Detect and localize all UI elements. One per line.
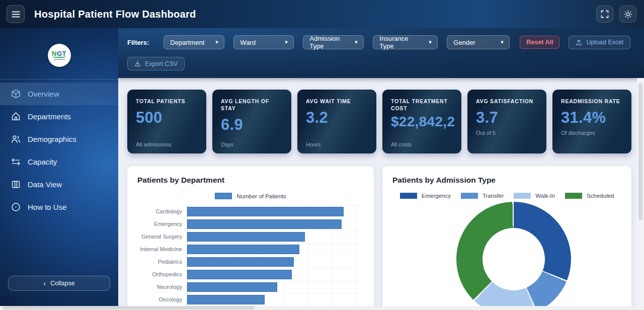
export-csv-button[interactable]: Export CSV [127,57,185,70]
cube-icon [11,89,21,99]
chevron-down-icon: ▼ [428,40,432,45]
filters-label: Filters: [127,39,149,46]
menu-button[interactable] [7,5,25,23]
chevron-down-icon: ▼ [214,40,219,45]
bar-internal-medicine[interactable] [187,245,299,254]
chevron-down-icon: ▼ [500,40,504,45]
bar-cardiology[interactable] [187,207,344,216]
admission-type-donut-chart[interactable] [456,202,571,310]
bar-neurology[interactable] [187,282,277,292]
sidebar-item-label: Capacity [28,158,57,166]
sidebar-item-how-to-use[interactable]: How to Use [0,196,118,218]
kpi-label: AVG WAIT TIME [306,98,369,105]
bar-category-label: Cardiology [137,205,187,218]
export-csv-label: Export CSV [145,60,178,67]
legend-item[interactable]: Number of Patients [215,193,286,199]
columns-icon [11,180,21,189]
bar-pediatrics[interactable] [187,257,294,267]
sliders-icon [11,157,21,167]
sidebar-item-label: Departments [28,112,71,121]
hamburger-icon [12,11,20,18]
bar-row [187,256,364,268]
kpi-subtitle: Hours [306,141,369,147]
sidebar: NGT Overview Departmen [0,28,118,310]
kpi-card-total-treatment-cost: TOTAL TREATMENT COST $22,842,23 All cost… [382,90,461,153]
legend-label: Transfer [482,193,504,199]
legend-item-walk-in[interactable]: Walk-In [514,193,555,199]
bar-category-label: General Surgery [137,230,187,243]
users-icon [11,134,21,144]
kpi-label: TOTAL TREATMENT COST [391,98,454,112]
header-bar: Hospital Patient Flow Dashboard [0,0,644,28]
fullscreen-icon [601,10,609,18]
chart-title: Patients by Department [137,176,364,185]
sidebar-item-capacity[interactable]: Capacity [0,150,118,173]
sidebar-item-overview[interactable]: Overview [0,83,118,105]
kpi-label: READMISSION RATE [561,98,624,105]
kpi-card-avg-length-of-stay: AVG LENGTH OF STAY 6.9 Days [212,90,291,153]
legend-item-transfer[interactable]: Transfer [461,193,504,199]
sidebar-item-data-view[interactable]: Data View [0,173,118,196]
sidebar-item-departments[interactable]: Departments [0,105,118,128]
kpi-subtitle: Out of 5 [476,130,539,136]
chevron-left-icon: ‹ [43,280,46,287]
dropdown-value: Insurance Type [379,35,424,50]
dropdown-value: Admission Type [309,35,350,50]
bar-orthopedics[interactable] [187,270,292,279]
horizontal-scrollbar-thumb[interactable] [3,306,254,309]
kpi-value: 31.4% [561,109,624,127]
kpi-value: 3.7 [476,109,539,127]
bar-row [187,230,364,243]
patients-by-department-card: Patients by Department Number of Patient… [127,166,374,310]
bar-category-label: Pediatrics [137,256,187,268]
bar-general-surgery[interactable] [187,232,305,242]
admission-type-filter-dropdown[interactable]: Admission Type ▼ [303,35,364,49]
legend-label: Walk-In [535,193,555,199]
legend-item-emergency[interactable]: Emergency [400,193,451,199]
bar-plot-area [187,205,364,306]
sidebar-nav: Overview Departments Demographics [0,79,118,218]
legend-label: Scheduled [587,193,614,199]
upload-icon [576,39,582,46]
sidebar-item-label: Demographics [28,135,76,143]
legend-swatch [400,193,417,199]
main-area: Filters: Department ▼ Ward ▼ Admission T… [118,28,644,310]
dropdown-value: Gender [453,39,475,46]
kpi-value: 500 [136,109,199,127]
kpi-label: AVG LENGTH OF STAY [221,98,284,112]
legend-swatch [461,193,478,199]
bar-emergency[interactable] [187,219,342,229]
kpi-subtitle: Days [221,141,284,147]
insurance-type-filter-dropdown[interactable]: Insurance Type ▼ [373,35,438,49]
kpi-card-total-patients: TOTAL PATIENTS 500 All admissions [127,90,206,153]
bar-oncology[interactable] [187,295,265,304]
bar-row [187,218,364,230]
vertical-scrollbar-thumb[interactable] [638,83,642,220]
kpi-value: 3.2 [306,109,369,127]
bar-category-label: Orthopedics [137,268,187,281]
chart-title: Patients by Admission Type [392,176,621,185]
upload-excel-button[interactable]: Upload Excel [569,36,630,49]
bar-chart-legend: Number of Patients [137,193,364,199]
collapse-sidebar-button[interactable]: ‹ Collapse [8,276,110,291]
charts-row: Patients by Department Number of Patient… [127,166,631,310]
reset-all-button[interactable]: Reset All [520,36,559,49]
legend-item-scheduled[interactable]: Scheduled [565,193,614,199]
dropdown-value: Ward [240,39,256,46]
kpi-value: $22,842,23 [391,114,454,130]
kpi-card-readmission-rate: READMISSION RATE 31.4% Of discharges [552,90,631,153]
sidebar-item-label: Data View [28,180,62,189]
upload-excel-label: Upload Excel [586,39,623,46]
filters-bar: Filters: Department ▼ Ward ▼ Admission T… [118,28,644,78]
kpi-subtitle: Of discharges [561,130,624,136]
download-icon [134,60,141,67]
kpi-subtitle: All costs [391,141,454,147]
fullscreen-button[interactable] [596,6,613,23]
sidebar-item-demographics[interactable]: Demographics [0,128,118,150]
ward-filter-dropdown[interactable]: Ward ▼ [233,35,294,49]
logo-swoosh [52,55,66,58]
home-icon [11,112,21,121]
theme-toggle-button[interactable] [619,6,636,23]
department-filter-dropdown[interactable]: Department ▼ [164,35,224,49]
gender-filter-dropdown[interactable]: Gender ▼ [447,35,510,49]
